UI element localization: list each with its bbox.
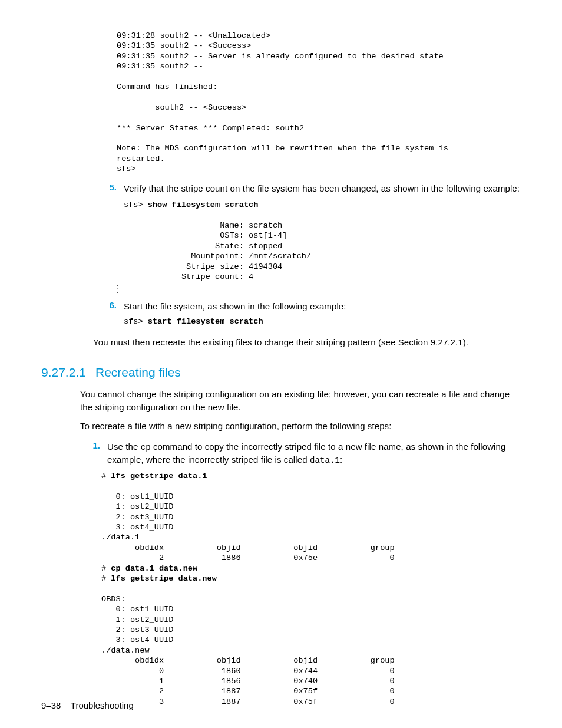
step-body: Verify that the stripe count on the file… — [124, 182, 521, 282]
inline-code: cp — [141, 443, 151, 452]
step-6: 6. Start the file system, as shown in th… — [93, 300, 521, 327]
code-block-log: 09:31:28 south2 -- <Unallocated> 09:31:3… — [117, 31, 521, 174]
prompt: # — [101, 472, 111, 480]
section-heading: 9.27.2.1 Recreating files — [41, 365, 521, 380]
section-number: 9.27.2.1 — [41, 365, 95, 380]
page: 09:31:28 south2 -- <Unallocated> 09:31:3… — [0, 0, 562, 728]
output: # — [101, 574, 111, 583]
command: lfs getstripe data.new — [111, 574, 216, 583]
step-1: 1. Use the cp command to copy the incorr… — [77, 440, 521, 466]
prompt: sfs> — [124, 317, 148, 326]
step-text: Verify that the stripe count on the file… — [124, 182, 521, 195]
section-title: Recreating files — [95, 365, 181, 380]
step-body: Use the cp command to copy the incorrect… — [107, 440, 521, 466]
paragraph: You cannot change the striping configura… — [80, 388, 521, 414]
inline-code: data.1 — [310, 456, 340, 465]
code-output: Name: scratch OSTs: ost[1-4] State: stop… — [124, 210, 521, 282]
step-number: 5. — [93, 182, 124, 282]
output: 0: ost1_UUID 1: ost2_UUID 2: ost3_UUID 3… — [101, 492, 395, 573]
command: lfs getstripe data.1 — [111, 472, 207, 480]
prompt: sfs> — [124, 200, 148, 209]
closing-paragraph: You must then recreate the existing file… — [93, 336, 521, 349]
vertical-ellipsis: ... — [117, 282, 521, 292]
step-body: Start the file system, as shown in the f… — [124, 300, 521, 327]
step-number: 6. — [93, 300, 124, 327]
command: show filesystem scratch — [148, 200, 259, 209]
step-text: Start the file system, as shown in the f… — [124, 300, 521, 313]
code-block-example: # lfs getstripe data.1 0: ost1_UUID 1: o… — [101, 471, 521, 707]
step-5: 5. Verify that the stripe count on the f… — [93, 182, 521, 282]
output: OBDS: 0: ost1_UUID 1: ost2_UUID 2: ost3_… — [101, 595, 395, 706]
command: cp data.1 data.new — [111, 564, 197, 573]
step-number: 1. — [77, 440, 107, 466]
paragraph: To recreate a file with a new striping c… — [80, 420, 521, 433]
code-line: sfs> start filesystem scratch — [124, 317, 521, 327]
code-line: sfs> show filesystem scratch — [124, 200, 521, 210]
page-number: 9–38 — [41, 700, 61, 710]
step-text: Use the cp command to copy the incorrect… — [107, 440, 521, 466]
chapter-label: Troubleshooting — [71, 700, 134, 710]
page-footer: 9–38 Troubleshooting — [41, 700, 134, 710]
command: start filesystem scratch — [148, 317, 263, 326]
